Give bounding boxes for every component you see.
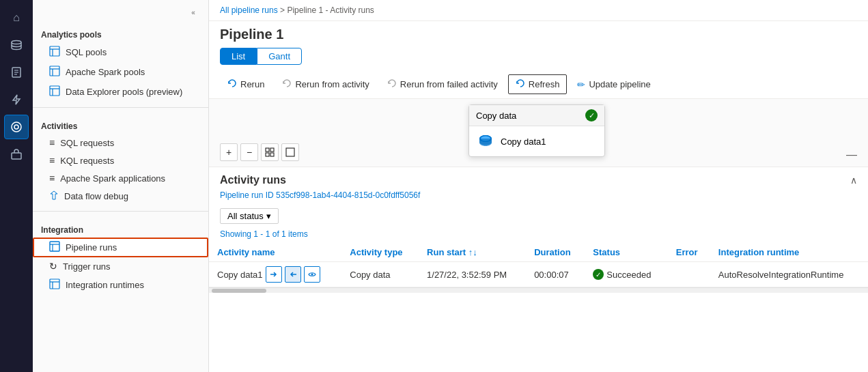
zoom-out-btn[interactable]: − (240, 143, 258, 161)
zoom-in-btn[interactable]: + (220, 143, 238, 161)
showing-text: Showing 1 - 1 of 1 items (209, 228, 868, 243)
fullscreen-btn[interactable] (281, 143, 299, 161)
cell-activity-name: Copy data1 (209, 262, 341, 287)
cell-status: ✓ Succeeded (585, 262, 667, 287)
col-integration-runtime: Integration runtime (710, 243, 868, 262)
input-btn[interactable] (266, 266, 282, 283)
kql-requests-icon: ≡ (49, 155, 55, 166)
rerun-button[interactable]: Rerun (220, 74, 272, 94)
status-success-dot: ✓ (593, 269, 604, 280)
sidebar-item-apache-spark-apps[interactable]: ≡ Apache Spark applications (33, 169, 208, 187)
pipeline-run-id-value: 535cf998-1ab4-4404-815d-0c0fdff5056f (276, 190, 420, 200)
sidebar: « Analytics pools SQL pools Apache Spark… (33, 0, 209, 372)
svg-point-6 (12, 122, 21, 132)
filter-row: All status ▾ (209, 205, 868, 228)
details-btn[interactable] (304, 266, 320, 283)
rerun-from-activity-button[interactable]: Rerun from activity (275, 74, 376, 94)
col-error: Error (668, 243, 710, 262)
activity-popup-item[interactable]: Copy data1 (469, 126, 604, 156)
refresh-icon (516, 78, 525, 90)
filter-chevron-icon: ▾ (266, 211, 271, 221)
icon-bar-top: ⌂ (4, 5, 29, 372)
activities-title: Activities (33, 113, 208, 134)
col-activity-name: Activity name (209, 243, 341, 262)
pipeline-header: Pipeline 1 List Gantt (209, 21, 868, 72)
cell-error (668, 262, 710, 287)
sidebar-header: « (33, 0, 208, 22)
tab-row: List Gantt (220, 48, 857, 65)
pipeline-runs-icon (49, 241, 60, 254)
svg-rect-27 (266, 148, 269, 152)
sql-requests-icon: ≡ (49, 137, 55, 148)
svg-rect-21 (50, 279, 59, 289)
update-pipeline-button[interactable]: ✏ Update pipeline (570, 75, 658, 94)
horizontal-scrollbar[interactable] (209, 287, 868, 293)
sidebar-item-trigger-runs[interactable]: ↻ Trigger runs (33, 257, 208, 275)
sidebar-item-data-explorer-pools[interactable]: Data Explorer pools (preview) (33, 82, 208, 102)
main-content: All pipeline runs > Pipeline 1 - Activit… (209, 0, 868, 372)
svg-rect-30 (270, 153, 274, 156)
sidebar-item-pipeline-runs[interactable]: Pipeline runs (33, 238, 208, 257)
activity-runs-title: Activity runs (220, 174, 286, 186)
home-icon[interactable]: ⌂ (4, 5, 29, 30)
sidebar-item-apache-spark-pools[interactable]: Apache Spark pools (33, 62, 208, 82)
svg-rect-18 (50, 242, 59, 251)
rerun-from-failed-button[interactable]: Rerun from failed activity (380, 74, 505, 94)
svg-marker-5 (13, 95, 20, 104)
col-duration: Duration (526, 243, 585, 262)
fit-to-screen-btn[interactable] (261, 143, 279, 161)
status-filter-btn[interactable]: All status ▾ (220, 208, 279, 224)
col-status: Status (585, 243, 667, 262)
trigger-runs-icon: ↻ (49, 261, 57, 272)
svg-point-32 (311, 274, 313, 276)
svg-rect-29 (266, 153, 269, 156)
data-icon[interactable] (4, 33, 29, 57)
tab-list[interactable]: List (220, 48, 257, 65)
monitor-icon[interactable] (4, 115, 29, 139)
breadcrumb: All pipeline runs > Pipeline 1 - Activit… (209, 0, 868, 21)
cell-duration: 00:00:07 (526, 262, 585, 287)
data-explorer-pools-icon (49, 85, 60, 98)
col-activity-type: Activity type (341, 243, 419, 262)
svg-point-7 (14, 125, 18, 129)
notebook-icon[interactable] (4, 60, 29, 85)
cell-integration-runtime: AutoResolveIntegrationRuntime (710, 262, 868, 287)
collapse-activity-runs-btn[interactable]: ∧ (850, 175, 857, 186)
row-action-icons (266, 266, 320, 283)
copy-data-icon (476, 132, 495, 151)
apache-spark-apps-icon: ≡ (49, 173, 55, 184)
rerun-icon (227, 78, 237, 90)
svg-rect-28 (270, 148, 274, 152)
sidebar-item-kql-requests[interactable]: ≡ KQL requests (33, 152, 208, 169)
output-btn[interactable] (285, 266, 301, 283)
sidebar-item-data-flow-debug[interactable]: Data flow debug (33, 187, 208, 205)
collapse-canvas-btn[interactable]: — (846, 149, 857, 161)
rerun-from-failed-icon (387, 78, 397, 90)
icon-bar: ⌂ (0, 0, 33, 372)
sidebar-item-sql-pools[interactable]: SQL pools (33, 42, 208, 62)
toolkit-icon[interactable] (4, 142, 29, 167)
divider-1 (33, 107, 208, 108)
activity-runs-table: Activity name Activity type Run start ↑↓… (209, 243, 868, 287)
breadcrumb-all-pipeline-runs[interactable]: All pipeline runs (220, 5, 278, 15)
data-flow-debug-icon (49, 190, 59, 202)
tab-gantt[interactable]: Gantt (257, 48, 302, 65)
pipeline-run-id-row: Pipeline run ID 535cf998-1ab4-4404-815d-… (209, 189, 868, 205)
activity-runs-header: Activity runs ∧ (209, 167, 868, 189)
svg-rect-15 (50, 86, 59, 96)
sidebar-collapse-btn[interactable]: « (186, 5, 200, 19)
sidebar-item-integration-runtimes[interactable]: Integration runtimes (33, 275, 208, 295)
breadcrumb-separator: > (280, 5, 285, 15)
col-run-start[interactable]: Run start ↑↓ (419, 243, 526, 262)
sidebar-item-sql-requests[interactable]: ≡ SQL requests (33, 134, 208, 152)
pipeline-title: Pipeline 1 (220, 27, 857, 42)
cell-activity-type: Copy data (341, 262, 419, 287)
table-row: Copy data1 (209, 262, 868, 287)
sql-pools-icon (49, 46, 60, 59)
scrollbar-thumb[interactable] (212, 289, 266, 293)
refresh-button[interactable]: Refresh (508, 74, 568, 94)
activity-popup: Copy data ✓ Copy data1 (468, 104, 605, 157)
svg-rect-31 (286, 148, 294, 156)
svg-rect-9 (50, 46, 59, 56)
spark-icon[interactable] (4, 87, 29, 112)
